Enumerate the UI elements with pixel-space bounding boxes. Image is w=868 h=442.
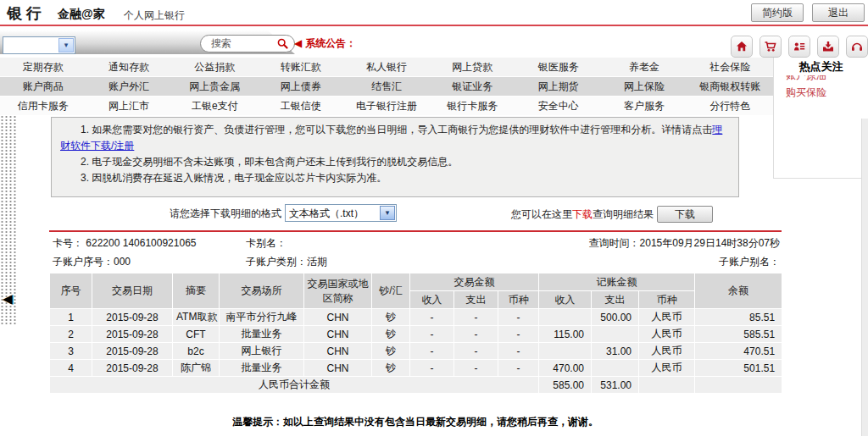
table-cell: CHN xyxy=(304,343,372,360)
table-cell: 批量业务 xyxy=(220,326,304,343)
nav-item[interactable]: 银证业务 xyxy=(430,80,515,94)
table-cell: CHN xyxy=(304,326,372,343)
transaction-row: 32015-09-28b2c网上银行CHN钞---31.00人民币470.51 xyxy=(50,343,782,360)
table-cell: 500.00 xyxy=(592,309,639,326)
nav-item[interactable]: 安全中心 xyxy=(515,99,601,113)
nav-item[interactable]: 网上贷款 xyxy=(430,60,515,75)
table-cell: 3 xyxy=(50,343,92,360)
simple-version-button[interactable]: 简约版 xyxy=(751,3,804,22)
table-cell: 网上银行 xyxy=(220,343,304,360)
table-cell: 人民币 xyxy=(639,360,695,377)
download-hint-suffix: 查询明细结果 xyxy=(593,207,654,222)
table-cell: 470.51 xyxy=(695,343,782,360)
logout-button[interactable]: 退出 xyxy=(812,3,865,22)
table-cell: CHN xyxy=(304,360,372,377)
nav-item[interactable]: 客户服务 xyxy=(601,99,687,113)
nav-item[interactable]: 电子银行注册 xyxy=(343,99,429,113)
sub-account-alias: 子账户别名： xyxy=(719,255,780,269)
table-cell: 2015-09-28 xyxy=(92,326,173,343)
header-divider xyxy=(0,25,868,26)
nav-item[interactable]: 养老金 xyxy=(601,60,687,75)
home-icon[interactable] xyxy=(731,36,753,58)
table-cell: 85.51 xyxy=(695,309,782,326)
table-cell: - xyxy=(454,343,498,360)
nav-item[interactable]: 私人银行 xyxy=(343,60,429,75)
table-cell: - xyxy=(410,360,454,377)
nav-item[interactable]: 银行卡服务 xyxy=(430,99,515,113)
nav-item[interactable]: 工银信使 xyxy=(258,99,343,113)
table-cell: - xyxy=(410,309,454,326)
table-cell xyxy=(592,326,639,343)
announcement-marker-icon: ◀ xyxy=(294,37,302,49)
nav-item[interactable]: 社会保险 xyxy=(687,60,773,75)
nav-row: 账户商品账户外汇网上贵金属网上债券结售汇银证业务网上期货网上保险银商银权转账 xyxy=(0,77,773,97)
hot-link-account-crude[interactable]: 账户原油 xyxy=(774,75,868,83)
transaction-row: 42015-09-28陈广锦批量业务CHN钞---470.00人民币501.51 xyxy=(50,360,782,377)
account-info: 卡号： 622200 1406100921065 卡别名： 查询时间：2015年… xyxy=(49,232,782,269)
table-cell: 2015-09-28 xyxy=(92,309,173,326)
table-cell: - xyxy=(498,360,539,377)
table-cell: - xyxy=(454,309,498,326)
nav-item[interactable]: 信用卡服务 xyxy=(0,99,86,113)
cart-icon[interactable] xyxy=(760,36,782,58)
table-cell: 钞 xyxy=(372,309,410,326)
result-content: 1. 如果您需要对您的银行资产、负债进行管理，您可以下载您的当日明细，导入工商银… xyxy=(49,117,782,394)
search-input[interactable]: 搜索 xyxy=(200,35,295,52)
collapse-sidebar-arrow-icon[interactable]: ◀ xyxy=(3,291,13,307)
search-icon[interactable] xyxy=(276,37,289,50)
col-booked-amount-group: 记账金额 xyxy=(539,273,695,291)
table-cell: - xyxy=(454,326,498,343)
hot-link-buy-insurance[interactable]: 购买保险 xyxy=(774,83,868,102)
table-cell: 人民币 xyxy=(639,326,695,343)
nav-item[interactable]: 分行特色 xyxy=(687,99,773,113)
contacts-icon[interactable] xyxy=(788,36,810,58)
nav-item[interactable]: 银医服务 xyxy=(515,60,601,75)
hot-topics-title: 热点关注 xyxy=(774,58,868,75)
table-cell: CFT xyxy=(173,326,220,343)
table-cell: 陈广锦 xyxy=(173,360,220,377)
table-cell: 2015-09-28 xyxy=(92,360,173,377)
customer-service-icon[interactable] xyxy=(846,36,868,58)
nav-item[interactable]: 公益捐款 xyxy=(172,60,258,75)
nav-item[interactable]: 工银e支付 xyxy=(172,99,258,113)
nav-item[interactable]: 通知存款 xyxy=(86,60,171,75)
table-cell xyxy=(539,309,592,326)
table-cell: 钞 xyxy=(372,360,410,377)
top-bar: 银行 金融@家 个人网上银行 简约版 退出 xyxy=(0,0,868,25)
nav-item[interactable]: 账户商品 xyxy=(0,80,86,94)
transaction-row: 22015-09-28CFT批量业务CHN钞---115.00人民币585.51 xyxy=(50,326,782,343)
search-scope-select[interactable]: ▾ xyxy=(3,36,75,54)
download-format-select[interactable]: 文本格式（.txt） ▾ xyxy=(285,204,397,222)
table-cell: 585.51 xyxy=(695,326,782,343)
nav-item[interactable]: 转账汇款 xyxy=(258,60,343,75)
download-button[interactable]: 下载 xyxy=(657,206,713,223)
product-logo: 金融@家 xyxy=(58,7,105,22)
total-label: 人民币合计金额 xyxy=(50,377,539,394)
nav-item[interactable]: 结售汇 xyxy=(343,80,429,94)
table-cell: 批量业务 xyxy=(220,360,304,377)
notice-box: 1. 如果您需要对您的银行资产、负债进行管理，您可以下载您的当日明细，导入工商银… xyxy=(51,117,739,197)
system-announcement: ◀系统公告： xyxy=(294,36,356,51)
frame-scrollbar[interactable] xyxy=(861,119,868,436)
nav-item[interactable]: 银商银权转账 xyxy=(687,80,773,94)
table-cell: ATM取款 xyxy=(173,309,220,326)
nav-item[interactable]: 账户外汇 xyxy=(86,80,171,94)
nav-item[interactable]: 网上期货 xyxy=(515,80,601,94)
nav-item[interactable]: 网上汇市 xyxy=(86,99,171,113)
bank-logo: 银行 xyxy=(7,3,46,24)
download-format-value: 文本格式（.txt） xyxy=(289,207,364,221)
table-cell: 人民币 xyxy=(639,309,695,326)
col-booked-income: 收入 xyxy=(539,291,592,309)
table-cell: 115.00 xyxy=(539,326,592,343)
chevron-down-icon[interactable]: ▾ xyxy=(380,206,395,220)
nav-item[interactable]: 网上债券 xyxy=(258,80,343,94)
col-balance: 余额 xyxy=(695,273,782,309)
chevron-down-icon[interactable]: ▾ xyxy=(58,38,74,52)
download-hint-link[interactable]: 下载 xyxy=(572,207,593,222)
col-summary: 摘要 xyxy=(173,273,220,309)
nav-item[interactable]: 网上贵金属 xyxy=(172,80,258,94)
nav-item[interactable]: 定期存款 xyxy=(0,60,86,75)
inbox-download-icon[interactable] xyxy=(817,36,839,58)
nav-item[interactable]: 网上保险 xyxy=(601,80,687,94)
sub-account-type: 子账户类别：活期 xyxy=(246,255,327,269)
